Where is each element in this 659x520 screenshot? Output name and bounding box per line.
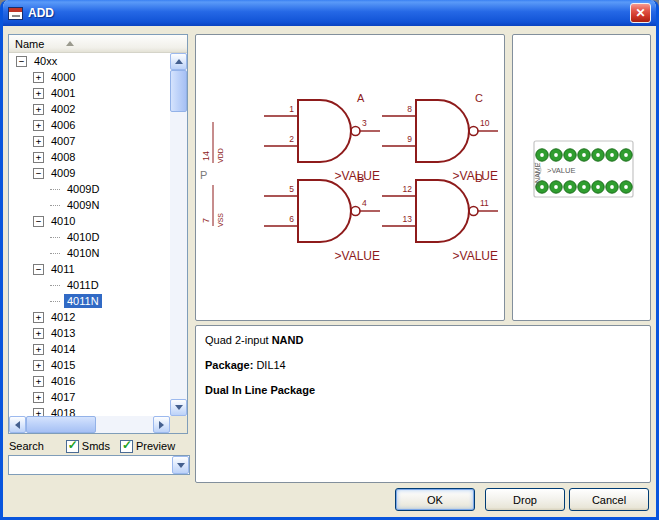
tree-horizontal-scrollbar[interactable] — [9, 416, 170, 433]
description-title-line: Quad 2-input NAND — [205, 334, 641, 346]
svg-text:12: 12 — [403, 184, 413, 194]
tree-item[interactable]: +4017 — [10, 389, 170, 405]
tree-item-label[interactable]: 4012 — [48, 310, 78, 324]
expand-plus-icon[interactable]: + — [33, 104, 44, 115]
tree-item-label[interactable]: 4011D — [64, 278, 102, 292]
tree-item-label[interactable]: 4000 — [48, 70, 78, 84]
tree-item[interactable]: −4010 — [10, 213, 170, 229]
arrow-right-icon — [159, 421, 164, 429]
symbol-preview-panel: 14 VDD P 7 VSS 1 2 3 A >VALUE — [195, 34, 505, 321]
expand-plus-icon[interactable]: + — [33, 312, 44, 323]
tree-item-label[interactable]: 40xx — [31, 54, 60, 68]
expand-plus-icon[interactable]: + — [33, 72, 44, 83]
tree-item[interactable]: 4010D — [10, 229, 170, 245]
tree-item[interactable]: +4015 — [10, 357, 170, 373]
close-button[interactable] — [630, 3, 651, 23]
tree-item-label[interactable]: 4011N — [64, 294, 102, 308]
scroll-right-button[interactable] — [153, 416, 170, 433]
tree-item[interactable]: +4012 — [10, 309, 170, 325]
cancel-button[interactable]: Cancel — [569, 488, 649, 511]
tree-item[interactable]: +4013 — [10, 325, 170, 341]
tree-item-label[interactable]: 4009N — [64, 198, 102, 212]
tree-item[interactable]: +4007 — [10, 133, 170, 149]
tree-item-label[interactable]: 4009D — [64, 182, 102, 196]
tree-item[interactable]: −40xx — [10, 53, 170, 69]
tree-item-label[interactable]: 4010D — [64, 230, 102, 244]
tree-item[interactable]: 4011N — [10, 293, 170, 309]
tree-vertical-scrollbar[interactable] — [170, 53, 187, 416]
tree-item[interactable]: +4008 — [10, 149, 170, 165]
pad-hole — [582, 185, 586, 189]
svg-text:VDD: VDD — [217, 148, 224, 163]
vertical-scroll-thumb[interactable] — [170, 70, 187, 112]
tree-item-label[interactable]: 4002 — [48, 102, 78, 116]
svg-text:2: 2 — [289, 134, 294, 144]
tree-item-label[interactable]: 4011 — [48, 262, 78, 276]
tree-item[interactable]: +4016 — [10, 373, 170, 389]
expand-plus-icon[interactable]: + — [33, 88, 44, 99]
expand-plus-icon[interactable]: + — [33, 376, 44, 387]
collapse-minus-icon[interactable]: − — [33, 264, 44, 275]
tree-item[interactable]: 4010N — [10, 245, 170, 261]
arrow-up-icon — [175, 59, 183, 64]
tree-item[interactable]: −4011 — [10, 261, 170, 277]
expand-plus-icon[interactable]: + — [33, 328, 44, 339]
tree-item[interactable]: 4009N — [10, 197, 170, 213]
tree-connector — [50, 237, 60, 238]
title-bar[interactable]: ADD — [3, 0, 656, 26]
expand-plus-icon[interactable]: + — [33, 120, 44, 131]
expand-plus-icon[interactable]: + — [33, 392, 44, 403]
tree-item-label[interactable]: 4016 — [48, 374, 78, 388]
pad-hole — [624, 185, 628, 189]
svg-text:P: P — [200, 169, 207, 181]
ok-button[interactable]: OK — [395, 488, 475, 511]
collapse-minus-icon[interactable]: − — [33, 168, 44, 179]
expand-plus-icon[interactable]: + — [33, 360, 44, 371]
smds-checkbox-label[interactable]: Smds — [82, 440, 110, 452]
tree-item[interactable]: 4011D — [10, 277, 170, 293]
tree-item-label[interactable]: 4006 — [48, 118, 78, 132]
search-input[interactable] — [10, 457, 170, 473]
preview-checkbox-label[interactable]: Preview — [136, 440, 175, 452]
tree-item[interactable]: 4009D — [10, 181, 170, 197]
svg-text:11: 11 — [480, 198, 489, 208]
tree-item-label[interactable]: 4018 — [48, 406, 78, 416]
svg-text:3: 3 — [362, 118, 367, 128]
tree-item[interactable]: +4001 — [10, 85, 170, 101]
expand-plus-icon[interactable]: + — [33, 344, 44, 355]
expand-plus-icon[interactable]: + — [33, 152, 44, 163]
tree-item-label[interactable]: 4010N — [64, 246, 102, 260]
expand-plus-icon[interactable]: + — [33, 136, 44, 147]
search-combobox[interactable] — [8, 455, 190, 475]
tree-item-label[interactable]: 4014 — [48, 342, 78, 356]
tree-item-label[interactable]: 4008 — [48, 150, 78, 164]
arrow-down-icon — [175, 405, 183, 410]
tree-item[interactable]: +4014 — [10, 341, 170, 357]
tree-item-label[interactable]: 4017 — [48, 390, 78, 404]
collapse-minus-icon[interactable]: − — [16, 56, 27, 67]
tree-item-label[interactable]: 4007 — [48, 134, 78, 148]
tree-column-header[interactable]: Name — [9, 35, 187, 53]
tree-item-label[interactable]: 4015 — [48, 358, 78, 372]
tree-item[interactable]: +4018 — [10, 405, 170, 416]
tree-item-label[interactable]: 4009 — [48, 166, 78, 180]
tree-item[interactable]: −4009 — [10, 165, 170, 181]
collapse-minus-icon[interactable]: − — [33, 216, 44, 227]
tree-item[interactable]: +4000 — [10, 69, 170, 85]
scroll-left-button[interactable] — [9, 416, 26, 433]
tree-item[interactable]: +4006 — [10, 117, 170, 133]
tree-item-label[interactable]: 4001 — [48, 86, 78, 100]
tree-item-label[interactable]: 4010 — [48, 214, 78, 228]
scroll-up-button[interactable] — [170, 53, 187, 70]
tree-item-label[interactable]: 4013 — [48, 326, 78, 340]
combobox-dropdown-button[interactable] — [172, 456, 189, 474]
tree-item[interactable]: +4002 — [10, 101, 170, 117]
drop-button[interactable]: Drop — [485, 488, 565, 511]
scroll-down-button[interactable] — [170, 399, 187, 416]
expand-plus-icon[interactable]: + — [33, 408, 44, 417]
svg-text:6: 6 — [289, 214, 294, 224]
add-dialog: ADD Name −40xx+4000+4001+4002+4006+4007+… — [0, 0, 659, 520]
preview-checkbox[interactable] — [120, 440, 133, 453]
horizontal-scroll-thumb[interactable] — [26, 416, 96, 433]
smds-checkbox[interactable] — [66, 440, 79, 453]
